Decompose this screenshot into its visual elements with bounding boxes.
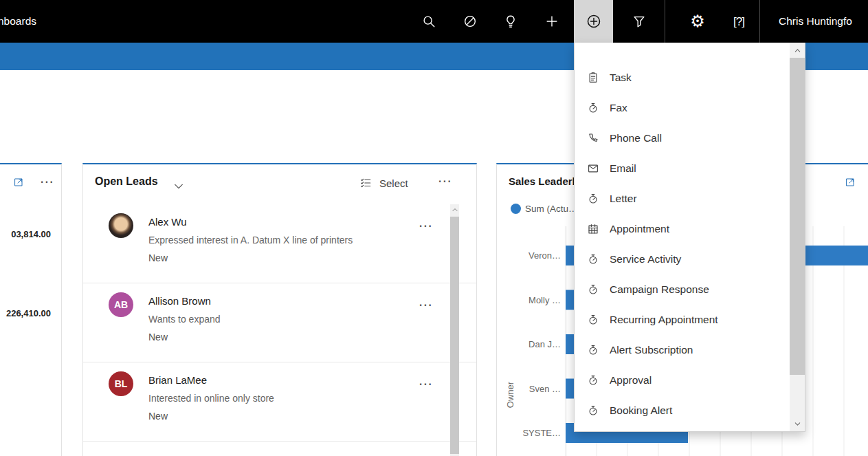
y-axis-title: Owner [505, 381, 515, 408]
menu-item-booking-alert[interactable]: Booking Alert [575, 395, 790, 426]
menu-item-fax[interactable]: Fax [575, 93, 790, 123]
activity-icon [587, 193, 599, 205]
scrollbar-thumb[interactable] [450, 217, 459, 454]
menu-item-label: Recurring Appointment [610, 314, 718, 326]
menu-item-phone-call[interactable]: Phone Call [575, 123, 790, 153]
legend-dot [511, 204, 521, 214]
menu-item-label: Phone Call [610, 132, 662, 144]
lead-name: Brian LaMee [148, 374, 207, 386]
menu-item-recurring-appointment[interactable]: Recurring Appointment [575, 305, 790, 335]
menu-item-label: Fax [610, 102, 627, 114]
activity-icon [587, 102, 599, 114]
activity-icon [587, 314, 599, 326]
lead-more-button[interactable]: ⋯ [419, 377, 433, 391]
scroll-down-icon[interactable] [790, 416, 805, 431]
lead-list-item[interactable]: Alex Wu Expressed interest in A. Datum X… [83, 204, 476, 283]
search-icon [421, 14, 436, 29]
lead-status: New [148, 252, 168, 263]
activity-icon [587, 344, 599, 356]
lead-name: Allison Brown [148, 295, 211, 307]
menu-item-label: Alert Subscription [610, 344, 693, 356]
left-chart-card: ⋯ 03,814.00 226,410.00 [0, 163, 62, 456]
quick-create-menu: Task Fax Phone Call Email Letter Appoint… [574, 43, 805, 432]
expand-icon [845, 177, 856, 188]
widget-more-button[interactable]: ⋯ [40, 175, 54, 188]
menu-item-approval[interactable]: Approval [575, 365, 790, 395]
top-nav-bar: nboards ⚙ [?] Chris Huntingfo [0, 0, 868, 43]
chevron-down-icon [173, 180, 185, 193]
slash-circle-button[interactable] [454, 0, 487, 43]
nav-breadcrumb-dashboards[interactable]: nboards [0, 0, 36, 43]
menu-item-label: Appointment [610, 223, 669, 235]
task-icon [587, 72, 599, 84]
quick-create-button-active[interactable] [574, 0, 613, 43]
filter-icon [632, 14, 647, 29]
lead-list-item[interactable]: AB Allison Brown Wants to expand New ⋯ [83, 283, 476, 362]
y-axis-tick-label: SYSTE… [522, 428, 561, 438]
select-button[interactable]: Select [359, 177, 408, 189]
lead-list-item[interactable]: BL Brian LaMee Interested in online only… [83, 362, 476, 442]
avatar [109, 213, 133, 238]
menu-item-task[interactable]: Task [575, 63, 790, 93]
select-button-label: Select [379, 177, 408, 189]
lead-topic: Interested in online only store [148, 393, 274, 404]
plus-icon [544, 14, 559, 29]
avatar: BL [109, 371, 133, 396]
quick-create-icon [586, 13, 602, 30]
menu-item-email[interactable]: Email [575, 153, 790, 184]
email-icon [587, 162, 599, 175]
settings-gear-icon: ⚙ [690, 13, 705, 30]
help-button[interactable]: [?] [722, 0, 755, 43]
menu-item-service-activity[interactable]: Service Activity [575, 244, 790, 274]
advanced-find-button[interactable] [623, 0, 656, 43]
lead-more-button[interactable]: ⋯ [419, 298, 433, 312]
menu-item-label: Task [610, 72, 632, 84]
menu-item-label: Service Activity [610, 253, 681, 265]
lightbulb-button[interactable] [494, 0, 527, 43]
dynamics-dashboard-screen: nboards ⚙ [?] Chris Huntingfo [0, 0, 868, 456]
settings-button[interactable]: ⚙ [681, 0, 714, 43]
activity-icon [587, 253, 599, 265]
scrollbar-thumb[interactable] [790, 58, 805, 375]
avatar: AB [109, 292, 133, 317]
activity-icon [587, 283, 599, 296]
calendar-icon [587, 223, 599, 235]
activity-icon [587, 404, 599, 417]
topbar-divider [665, 0, 665, 43]
help-icon: [?] [733, 16, 744, 28]
y-axis-tick-label: Molly … [528, 295, 561, 305]
expand-widget-button[interactable] [13, 177, 24, 188]
menu-item-label: Campaign Response [610, 283, 709, 296]
new-record-button[interactable] [535, 0, 568, 43]
leads-scrollbar[interactable] [450, 204, 459, 456]
menu-item-label: Booking Alert [610, 404, 672, 417]
open-leads-more-button[interactable]: ⋯ [438, 174, 452, 188]
open-leads-card: Open Leads Select ⋯ Alex Wu Expressed in… [82, 163, 477, 456]
lead-name: Alex Wu [148, 216, 187, 228]
legend-label: Sum (Actu… [525, 204, 578, 214]
lead-topic: Expressed interest in A. Datum X line of… [148, 235, 353, 246]
chart-value-label: 226,410.00 [6, 308, 51, 318]
menu-scrollbar[interactable] [790, 43, 805, 431]
select-checklist-icon [359, 177, 372, 189]
y-axis-tick-label: Sven … [529, 384, 561, 394]
scroll-up-icon[interactable] [450, 204, 459, 215]
search-button[interactable] [412, 0, 445, 43]
menu-item-label: Letter [610, 193, 637, 205]
activity-icon [587, 374, 599, 387]
topbar-divider [759, 0, 760, 43]
y-axis-tick-label: Veron… [528, 250, 561, 261]
lead-more-button[interactable]: ⋯ [419, 219, 433, 232]
menu-item-appointment[interactable]: Appointment [575, 214, 790, 244]
menu-item-campaign-response[interactable]: Campaign Response [575, 274, 790, 305]
menu-item-alert-subscription[interactable]: Alert Subscription [575, 335, 790, 365]
expand-widget-button[interactable] [845, 177, 856, 188]
open-leads-title: Open Leads [95, 175, 158, 188]
open-leads-view-selector[interactable] [173, 180, 185, 193]
scroll-up-icon[interactable] [790, 43, 805, 58]
y-axis-tick-label: Dan J… [528, 339, 561, 349]
menu-item-label: Approval [610, 374, 652, 387]
menu-item-letter[interactable]: Letter [575, 184, 790, 214]
chart-value-label: 03,814.00 [11, 229, 51, 239]
user-menu[interactable]: Chris Huntingfo [779, 0, 852, 43]
